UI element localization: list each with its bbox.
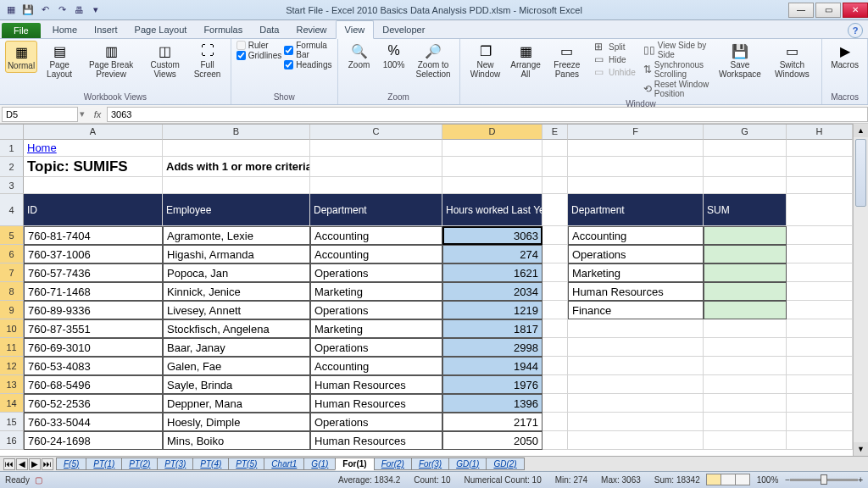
sheet-prev-icon[interactable]: ◀ <box>16 458 28 470</box>
cell[interactable] <box>704 301 787 319</box>
cell[interactable] <box>704 140 787 157</box>
cell[interactable]: Marketing <box>310 319 442 338</box>
cell[interactable]: 3063 <box>442 226 542 245</box>
cell[interactable] <box>542 338 568 357</box>
row-header-14[interactable]: 14 <box>0 394 24 413</box>
cell[interactable] <box>542 245 568 263</box>
cell[interactable]: Kinnick, Jenice <box>163 282 310 301</box>
cell[interactable] <box>787 226 853 245</box>
cell[interactable] <box>787 357 853 375</box>
scroll-thumb[interactable] <box>855 139 866 207</box>
cell[interactable] <box>787 301 853 319</box>
row-header-8[interactable]: 8 <box>0 282 24 301</box>
cell[interactable]: 1219 <box>442 301 542 319</box>
cell[interactable] <box>542 394 568 413</box>
cell[interactable]: Adds with 1 or more criteria <box>163 157 310 177</box>
cell[interactable] <box>704 319 787 338</box>
zoom-selection-button[interactable]: 🔎Zoom to Selection <box>413 41 454 80</box>
row-header-10[interactable]: 10 <box>0 319 24 338</box>
cell[interactable]: Accounting <box>310 357 442 375</box>
cell[interactable]: Human Resources <box>310 431 442 450</box>
formula-bar-checkbox[interactable]: Formula Bar <box>284 41 331 59</box>
cell[interactable] <box>542 263 568 282</box>
row-header-2[interactable]: 2 <box>0 157 24 177</box>
cell[interactable]: Operations <box>310 338 442 357</box>
cell[interactable] <box>310 157 442 177</box>
undo-icon[interactable]: ↶ <box>37 3 53 18</box>
cell[interactable]: 760-53-4083 <box>24 357 163 375</box>
cell[interactable] <box>24 177 163 194</box>
cell[interactable] <box>787 157 853 177</box>
cell[interactable] <box>568 431 704 450</box>
normal-view-button[interactable]: ▦Normal <box>5 41 37 73</box>
gridlines-checkbox[interactable]: Gridlines <box>236 51 281 60</box>
scroll-up-icon[interactable]: ▲ <box>854 124 868 137</box>
cell[interactable] <box>787 177 853 194</box>
help-icon[interactable]: ? <box>848 23 863 38</box>
sheet-first-icon[interactable]: ⏮ <box>3 458 15 470</box>
cell[interactable]: 760-69-3010 <box>24 338 163 357</box>
row-header-12[interactable]: 12 <box>0 357 24 375</box>
sheet-tab[interactable]: GD(1) <box>448 458 487 470</box>
cell[interactable]: Operations <box>310 301 442 319</box>
cell[interactable]: Operations <box>568 245 704 263</box>
sheet-tab[interactable]: PT(1) <box>86 458 122 470</box>
cell[interactable] <box>568 375 704 394</box>
cell[interactable]: Accounting <box>568 226 704 245</box>
zoom-slider[interactable] <box>790 479 858 481</box>
cell[interactable] <box>704 226 787 245</box>
spreadsheet-grid[interactable]: A B C D E F G H 1Home2Topic: SUMIFSAdds … <box>0 124 853 456</box>
cell[interactable] <box>704 357 787 375</box>
tab-view[interactable]: View <box>336 20 375 39</box>
cell[interactable]: Topic: SUMIFS <box>24 157 163 177</box>
cell[interactable] <box>568 319 704 338</box>
row-header-5[interactable]: 5 <box>0 226 24 245</box>
cell[interactable]: Human Resources <box>310 375 442 394</box>
cell[interactable]: Marketing <box>568 263 704 282</box>
cell[interactable]: Baar, Janay <box>163 338 310 357</box>
cell[interactable]: Human Resources <box>568 282 704 301</box>
cell[interactable]: Home <box>24 140 163 157</box>
cell[interactable]: 760-57-7436 <box>24 263 163 282</box>
cell[interactable] <box>787 394 853 413</box>
tab-insert[interactable]: Insert <box>86 21 126 38</box>
cell[interactable] <box>568 394 704 413</box>
cell[interactable]: 1944 <box>442 357 542 375</box>
tab-formulas[interactable]: Formulas <box>195 21 251 38</box>
cell[interactable]: 2998 <box>442 338 542 357</box>
cell[interactable]: 2171 <box>442 413 542 431</box>
sheet-tab[interactable]: PT(4) <box>192 458 229 470</box>
cell[interactable]: Deppner, Mana <box>163 394 310 413</box>
scroll-down-icon[interactable]: ▼ <box>854 442 868 456</box>
col-header-b[interactable]: B <box>163 125 310 140</box>
cell[interactable] <box>704 375 787 394</box>
cell[interactable] <box>442 140 542 157</box>
view-buttons[interactable] <box>707 474 750 487</box>
cell[interactable] <box>568 357 704 375</box>
unhide-button[interactable]: ▭Unhide <box>594 66 636 78</box>
sheet-next-icon[interactable]: ▶ <box>29 458 41 470</box>
cell[interactable] <box>542 319 568 338</box>
cell[interactable] <box>787 140 853 157</box>
cell[interactable] <box>704 157 787 177</box>
cell[interactable]: 760-52-2536 <box>24 394 163 413</box>
row-header-16[interactable]: 16 <box>0 431 24 450</box>
cell[interactable]: Livesey, Annett <box>163 301 310 319</box>
cell[interactable] <box>704 413 787 431</box>
row-header-1[interactable]: 1 <box>0 140 24 157</box>
col-header-a[interactable]: A <box>24 125 163 140</box>
sheet-tab[interactable]: G(1) <box>303 458 336 470</box>
close-button[interactable]: ✕ <box>843 3 868 18</box>
cell[interactable]: Agramonte, Lexie <box>163 226 310 245</box>
cell[interactable] <box>704 177 787 194</box>
row-header-3[interactable]: 3 <box>0 177 24 194</box>
cell[interactable] <box>704 431 787 450</box>
print-icon[interactable]: 🖶 <box>71 3 86 18</box>
save-icon[interactable]: 💾 <box>20 3 36 18</box>
cell[interactable] <box>542 375 568 394</box>
cell[interactable]: Higashi, Armanda <box>163 245 310 263</box>
tab-developer[interactable]: Developer <box>374 21 433 38</box>
cell[interactable] <box>542 140 568 157</box>
cell[interactable]: 760-71-1468 <box>24 282 163 301</box>
vertical-scrollbar[interactable]: ▲ ▼ <box>853 124 868 456</box>
